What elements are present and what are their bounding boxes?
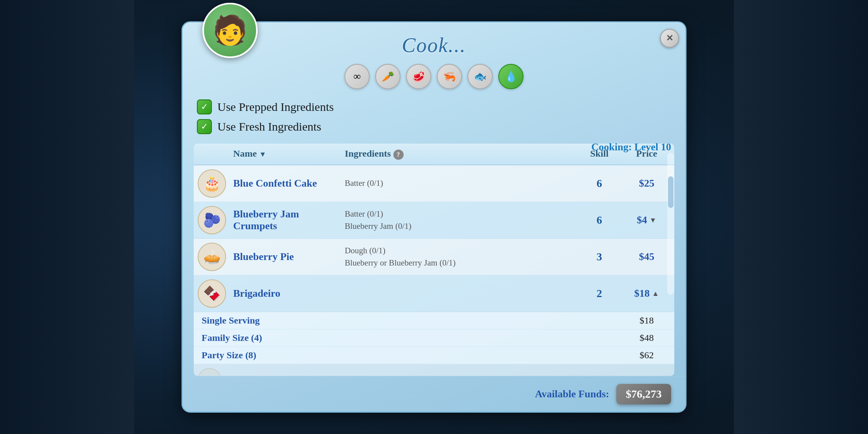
table-row[interactable]: 🥧 Blueberry Pie Dough (0/1) Blueberry or…	[194, 239, 674, 275]
food-image: 🥧	[198, 243, 226, 271]
close-button[interactable]: ✕	[660, 29, 679, 48]
cooking-level-row: Cooking: Level 10	[183, 140, 685, 144]
expand-arrow: ▲	[652, 290, 659, 298]
food-image	[198, 368, 221, 376]
fish-filter-icon[interactable]: 🐟	[468, 64, 493, 89]
food-name: Brigadeiro	[229, 288, 345, 299]
family-size-label: Family Size (4)	[198, 333, 623, 343]
serving-size-row[interactable]: Party Size (8) $62	[194, 347, 674, 364]
fresh-checkbox-icon: ✓	[197, 119, 212, 134]
table-row[interactable]: 🍫 Brigadeiro 2 $18 ▲	[194, 275, 674, 312]
food-price: $18 ▲	[623, 288, 670, 299]
food-ingredients: Batter (0/1)	[345, 177, 576, 190]
food-price: $4 ▼	[623, 214, 670, 226]
seafood-filter-icon[interactable]: 🦐	[437, 64, 462, 89]
food-skill: 6	[576, 214, 623, 226]
vegetable-filter-icon[interactable]: 🥕	[375, 64, 400, 89]
party-size-label: Party Size (8)	[198, 350, 623, 361]
filter-row: ∞ 🥕 🥩 🦐 🐟 💧	[183, 57, 685, 94]
food-skill: 6	[576, 177, 623, 190]
prepped-ingredients-checkbox[interactable]: ✓ Use Prepped Ingredients	[197, 97, 671, 117]
selected-filter-icon[interactable]: 💧	[498, 64, 524, 89]
family-size-price: $48	[623, 333, 670, 343]
food-ingredients: Dough (0/1) Blueberry or Blueberry Jam (…	[345, 245, 576, 269]
single-serving-price: $18	[623, 315, 670, 326]
prepped-checkbox-icon: ✓	[197, 99, 212, 114]
party-size-price: $62	[623, 350, 670, 361]
all-filter-icon[interactable]: ∞	[344, 64, 370, 89]
food-price: $45	[623, 251, 670, 263]
food-ingredients: Batter (0/1) Blueberry Jam (0/1)	[345, 208, 576, 233]
food-name: Blueberry Pie	[229, 251, 345, 263]
ingredients-header: Ingredients ?	[345, 148, 576, 160]
table-row[interactable]: 🎂 Blue Confetti Cake Batter (0/1) 6 $25	[194, 165, 674, 202]
fresh-ingredients-checkbox[interactable]: ✓ Use Fresh Ingredients	[197, 117, 671, 137]
food-image: 🍫	[198, 279, 226, 308]
recipe-table: Name ▼ Ingredients ? Skill Price 🎂 Blue …	[194, 144, 674, 376]
dialog-title: Cook...	[183, 22, 685, 57]
expand-arrow: ▼	[649, 216, 657, 224]
food-image: 🫐	[198, 206, 226, 234]
scroll-track[interactable]	[667, 153, 674, 295]
sort-arrow: ▼	[259, 150, 266, 158]
serving-size-row[interactable]: Single Serving $18	[194, 312, 674, 329]
food-skill: 2	[576, 287, 623, 300]
name-header[interactable]: Name ▼	[229, 148, 345, 160]
checkbox-section: ✓ Use Prepped Ingredients ✓ Use Fresh In…	[183, 94, 685, 140]
available-funds-label: Available Funds:	[535, 388, 609, 400]
table-row[interactable]: 🫐 Blueberry Jam Crumpets Batter (0/1) Bl…	[194, 202, 674, 239]
avatar: 🧑	[202, 3, 258, 58]
food-image: 🎂	[198, 169, 226, 198]
meat-filter-icon[interactable]: 🥩	[406, 64, 431, 89]
cook-dialog: 🧑 ✕ Cook... ∞ 🥕 🥩 🦐 🐟 💧 ✓ Use Prepped In…	[181, 21, 687, 413]
dialog-footer: Available Funds: $76,273	[183, 376, 685, 412]
food-name: Blue Confetti Cake	[229, 178, 345, 189]
prepped-label: Use Prepped Ingredients	[217, 100, 334, 114]
scroll-thumb	[668, 176, 673, 208]
funds-amount: $76,273	[616, 384, 671, 404]
cooking-level-display: Cooking: Level 10	[591, 141, 671, 153]
food-skill: 3	[576, 251, 623, 263]
fresh-label: Use Fresh Ingredients	[217, 120, 321, 133]
serving-size-row[interactable]: Family Size (4) $48	[194, 329, 674, 347]
single-serving-label: Single Serving	[198, 315, 623, 326]
food-name: Blueberry Jam Crumpets	[229, 208, 345, 232]
help-icon[interactable]: ?	[393, 150, 404, 160]
food-price: $25	[623, 178, 670, 189]
table-row	[194, 364, 674, 376]
